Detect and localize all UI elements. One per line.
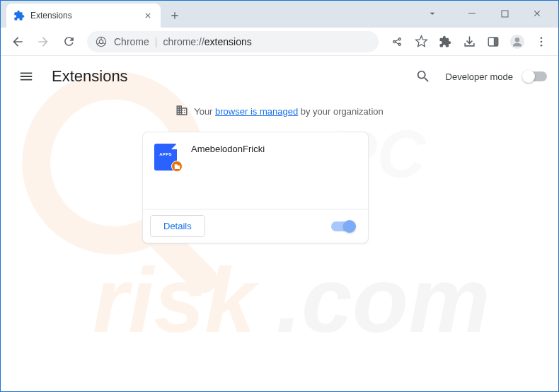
maximize-button[interactable] [495, 6, 514, 21]
page-header: Extensions Developer mode [1, 56, 558, 97]
browser-toolbar: Chrome | chrome://extensions [1, 28, 558, 56]
search-icon[interactable] [410, 64, 436, 89]
extensions-icon[interactable] [434, 30, 456, 53]
extension-app-icon [154, 144, 180, 169]
omnibox-url-scheme: chrome:// [163, 36, 204, 47]
extension-enable-toggle[interactable] [331, 221, 355, 231]
toggle-knob [343, 220, 356, 233]
forward-button[interactable] [32, 30, 54, 53]
extension-card: AmebelodonFricki Details [142, 132, 369, 243]
bookmark-icon[interactable] [410, 30, 432, 53]
extension-name: AmebelodonFricki [191, 144, 265, 197]
tab-title: Extensions [30, 11, 137, 21]
svg-line-10 [97, 42, 99, 44]
svg-point-17 [541, 37, 543, 39]
developer-mode-label: Developer mode [446, 71, 513, 82]
managed-prefix: Your [194, 106, 215, 117]
sidepanel-icon[interactable] [482, 30, 505, 53]
address-bar[interactable]: Chrome | chrome://extensions [87, 31, 379, 52]
browser-tab[interactable]: Extensions [6, 4, 161, 28]
building-icon [175, 104, 188, 119]
download-icon[interactable] [458, 30, 480, 53]
svg-point-19 [541, 44, 543, 46]
minimize-button[interactable] [462, 6, 482, 21]
back-button[interactable] [6, 30, 29, 53]
omnibox-url-path: extensions [204, 36, 252, 47]
tab-search-icon[interactable] [422, 6, 442, 21]
svg-rect-14 [495, 38, 498, 46]
window-controls [411, 1, 558, 26]
managed-notice: Your browser is managed by your organiza… [1, 97, 558, 132]
omnibox-prefix: Chrome [114, 36, 149, 47]
extension-puzzle-icon [13, 10, 25, 21]
menu-icon[interactable] [530, 30, 553, 53]
profile-icon[interactable] [506, 30, 529, 53]
share-icon[interactable] [386, 30, 408, 53]
new-tab-button[interactable] [165, 6, 185, 25]
window-titlebar: Extensions [1, 1, 558, 28]
developer-mode-toggle[interactable] [523, 71, 547, 81]
svg-text:.com: .com [276, 249, 490, 351]
tab-close-icon[interactable] [142, 10, 154, 21]
svg-point-8 [99, 40, 103, 43]
chrome-icon [96, 36, 107, 47]
page-title: Extensions [52, 67, 128, 86]
close-window-button[interactable] [527, 6, 547, 21]
svg-point-16 [515, 38, 519, 42]
svg-rect-6 [502, 11, 508, 17]
toggle-knob [522, 70, 535, 83]
reload-button[interactable] [57, 30, 80, 53]
svg-point-18 [541, 40, 543, 42]
details-button[interactable]: Details [150, 215, 205, 237]
svg-line-11 [103, 42, 105, 44]
omnibox-text: Chrome | chrome://extensions [114, 36, 252, 47]
managed-suffix: by your organization [298, 106, 384, 117]
managed-link[interactable]: browser is managed [215, 106, 298, 117]
svg-text:risk: risk [93, 249, 260, 351]
managed-badge-icon [171, 161, 183, 172]
omnibox-divider: | [155, 36, 158, 47]
hamburger-menu-icon[interactable] [12, 62, 40, 91]
